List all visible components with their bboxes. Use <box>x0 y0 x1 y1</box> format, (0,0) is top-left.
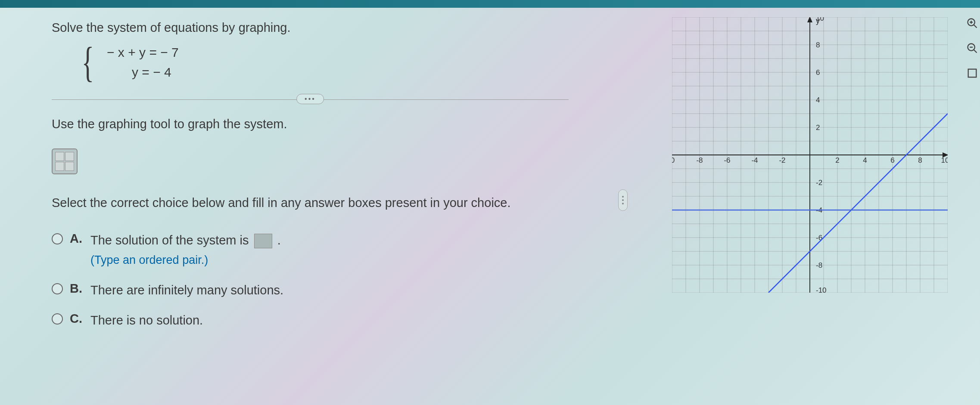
question-prompt: Solve the system of equations by graphin… <box>52 21 603 35</box>
choice-a-text: The solution of the system is . (Type an… <box>90 232 281 269</box>
equation-1: − x + y = − 7 <box>107 43 179 62</box>
choice-a-after: . <box>277 233 281 247</box>
radio-a[interactable] <box>52 233 63 244</box>
svg-text:6: 6 <box>890 156 894 164</box>
choice-b-letter: B. <box>70 281 83 296</box>
graph-canvas[interactable]: y x -10 -8 -6 -4 -2 2 4 6 8 10 10 8 6 4 … <box>672 17 948 293</box>
svg-text:10: 10 <box>941 156 948 164</box>
choice-c-letter: C. <box>70 312 83 326</box>
svg-text:-10: -10 <box>816 286 827 293</box>
left-brace: { <box>82 45 94 80</box>
equations: − x + y = − 7 y = − 4 <box>107 43 179 82</box>
svg-text:2: 2 <box>835 156 839 164</box>
choice-a-hint: (Type an ordered pair.) <box>90 251 281 269</box>
select-instruction: Select the correct choice below and fill… <box>52 196 603 210</box>
y-axis-arrow <box>807 17 812 22</box>
section-divider: ••• <box>52 99 569 100</box>
svg-text:-2: -2 <box>779 156 785 164</box>
svg-text:2: 2 <box>816 124 820 132</box>
equation-system: { − x + y = − 7 y = − 4 <box>78 43 603 82</box>
svg-text:-2: -2 <box>816 179 822 187</box>
svg-text:8: 8 <box>918 156 922 164</box>
fullscreen-icon[interactable] <box>966 67 978 79</box>
svg-text:-10: -10 <box>672 156 675 164</box>
panel-resize-handle[interactable] <box>618 189 628 211</box>
svg-text:-6: -6 <box>724 156 730 164</box>
choice-c: C. There is no solution. <box>52 312 603 329</box>
svg-text:8: 8 <box>816 41 820 49</box>
radio-c[interactable] <box>52 313 63 325</box>
svg-text:-8: -8 <box>696 156 703 164</box>
choice-a-before: The solution of the system is <box>90 233 252 247</box>
choice-a-letter: A. <box>70 232 83 246</box>
svg-text:4: 4 <box>863 156 867 164</box>
choice-a: A. The solution of the system is . (Type… <box>52 232 603 269</box>
radio-b[interactable] <box>52 283 63 294</box>
svg-text:4: 4 <box>816 96 820 104</box>
svg-text:10: 10 <box>816 17 824 22</box>
zoom-out-icon[interactable] <box>966 42 978 54</box>
choice-b-text: There are infinitely many solutions. <box>90 281 283 299</box>
window-title-bar <box>0 0 980 8</box>
choice-b: B. There are infinitely many solutions. <box>52 281 603 299</box>
svg-rect-67 <box>968 69 977 77</box>
right-toolbar <box>964 17 980 79</box>
svg-text:6: 6 <box>816 68 820 77</box>
svg-text:-8: -8 <box>816 261 822 269</box>
coordinate-graph[interactable]: y x -10 -8 -6 -4 -2 2 4 6 8 10 10 8 6 4 … <box>672 17 948 293</box>
ellipsis-icon[interactable]: ••• <box>296 94 324 104</box>
svg-text:-4: -4 <box>751 156 758 164</box>
question-panel: Solve the system of equations by graphin… <box>52 21 603 342</box>
svg-text:-6: -6 <box>816 234 822 242</box>
graph-instruction: Use the graphing tool to graph the syste… <box>52 117 603 131</box>
graph-tool-button[interactable] <box>52 148 78 174</box>
equation-2: y = − 4 <box>107 62 179 82</box>
choice-c-text: There is no solution. <box>90 312 203 329</box>
graph-line-1[interactable] <box>768 114 948 293</box>
svg-line-65 <box>974 50 977 53</box>
svg-line-61 <box>974 25 977 28</box>
zoom-in-icon[interactable] <box>966 17 978 29</box>
answer-input-box[interactable] <box>254 234 272 248</box>
